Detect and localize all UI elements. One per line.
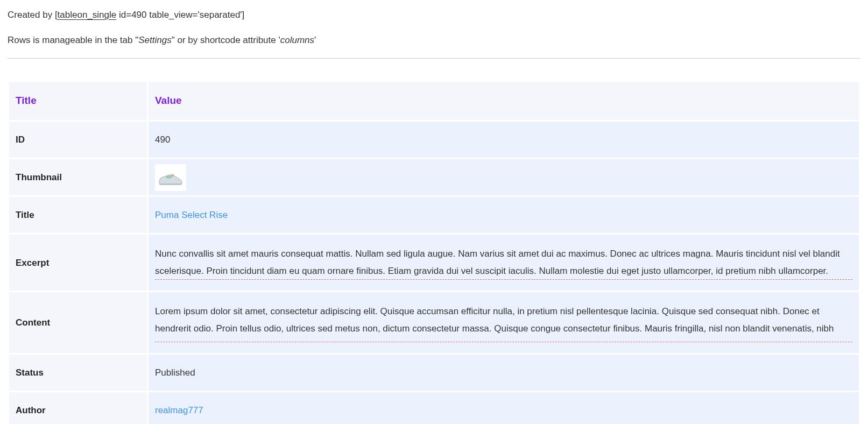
intro-l2-a: Rows is manageable in the tab " <box>8 35 138 45</box>
intro-suffix: id=490 table_view='separated'] <box>116 10 244 20</box>
row-value-status: Published <box>149 355 859 391</box>
svg-rect-0 <box>172 174 174 176</box>
row-label-title: Title <box>9 197 147 233</box>
table-row: Author realmag777 <box>9 392 859 424</box>
row-label-excerpt: Excerpt <box>9 235 147 291</box>
row-value-thumbnail <box>149 159 859 195</box>
table-row: ID 490 <box>9 122 859 158</box>
intro-line-2: Rows is manageable in the tab "Settings"… <box>8 33 860 47</box>
table-row: Thumbnail <box>9 159 859 195</box>
intro-line-1: Created by [tableon_single id=490 table_… <box>8 8 860 22</box>
columns-word: columns <box>280 35 314 45</box>
excerpt-text: Nunc convallis sit amet mauris consequat… <box>155 245 852 280</box>
row-value-author: realmag777 <box>149 392 859 424</box>
intro-l2-b: " or by shortcode attribute ' <box>172 35 280 45</box>
divider <box>8 58 860 59</box>
row-value-id: 490 <box>149 122 859 158</box>
row-label-content: Content <box>9 292 147 353</box>
header-value: Value <box>149 82 859 119</box>
post-data-table: Title Value ID 490 Thumbnail <box>8 80 860 424</box>
row-label-status: Status <box>9 355 147 391</box>
shortcode-name: tableon_single <box>58 10 117 20</box>
settings-word: Settings <box>138 35 171 45</box>
table-row: Content Lorem ipsum dolor sit amet, cons… <box>9 292 859 353</box>
thumbnail-image[interactable] <box>155 164 186 191</box>
author-link[interactable]: realmag777 <box>155 405 203 415</box>
header-title: Title <box>9 82 147 119</box>
sneaker-icon <box>157 167 184 188</box>
table-row: Excerpt Nunc convallis sit amet mauris c… <box>9 235 859 291</box>
row-label-id: ID <box>9 122 147 158</box>
content-text: Lorem ipsum dolor sit amet, consectetur … <box>155 303 852 342</box>
row-value-content: Lorem ipsum dolor sit amet, consectetur … <box>149 292 859 353</box>
table-header-row: Title Value <box>9 82 859 119</box>
table-row: Title Puma Select Rise <box>9 197 859 233</box>
intro-l2-c: ' <box>314 35 316 45</box>
row-label-thumbnail: Thumbnail <box>9 159 147 195</box>
table-row: Status Published <box>9 355 859 391</box>
post-title-link[interactable]: Puma Select Rise <box>155 210 228 220</box>
row-value-title: Puma Select Rise <box>149 197 859 233</box>
intro-prefix: Created by [ <box>8 10 58 20</box>
intro-text: Created by [tableon_single id=490 table_… <box>8 8 860 47</box>
row-label-author: Author <box>9 392 147 424</box>
row-value-excerpt: Nunc convallis sit amet mauris consequat… <box>149 235 859 291</box>
